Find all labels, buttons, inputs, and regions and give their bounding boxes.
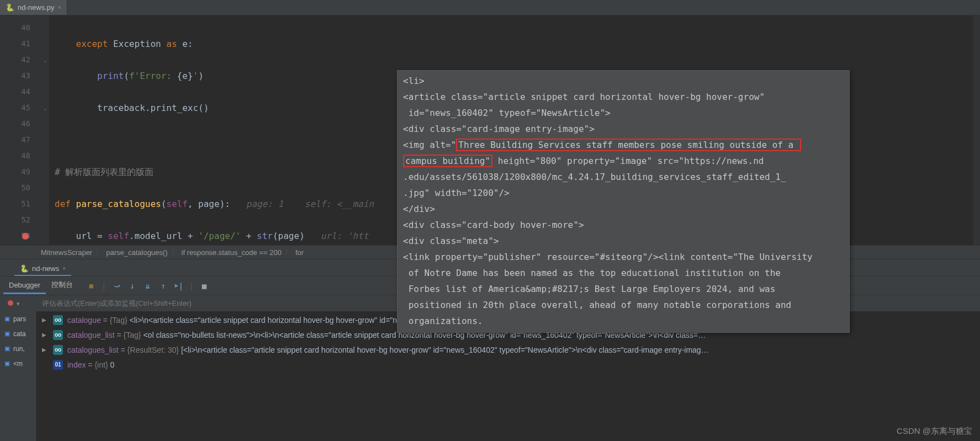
watermark: CSDN @东离与糖宝 [897, 426, 972, 437]
resultset-type-icon: oo [53, 345, 63, 355]
stackframe-icon: ▣ [4, 345, 10, 352]
step-into-icon[interactable]: ↓ [128, 281, 137, 291]
breadcrumb-item[interactable]: if response.status_code == 200 [182, 248, 282, 257]
force-step-into-icon[interactable]: ⇊ [143, 281, 153, 291]
run-config-name: nd-news [32, 264, 59, 273]
stop-icon[interactable] [8, 300, 13, 306]
int-type-icon: 01 [53, 360, 63, 370]
stackframe-icon: ▣ [4, 360, 10, 367]
line-number-gutter: 40 41 42 43 44 45 46 47 48 49 50 51 52 5… [0, 15, 41, 245]
breakpoint-icon[interactable]: 53 [0, 228, 41, 244]
line-number: 45 [0, 100, 41, 116]
tag-type-icon: oo [53, 315, 63, 325]
tab-filename: nd-news.py [18, 3, 54, 12]
line-number: 52 [0, 212, 41, 228]
frame-item[interactable]: ▣pars [0, 311, 36, 326]
line-number: 44 [0, 84, 41, 100]
watch-placeholder[interactable]: 评估表达式(Enter)或添加监视(Ctrl+Shift+Enter) [42, 299, 192, 309]
editor-tab[interactable]: 🐍 nd-news.py × [0, 0, 67, 15]
stackframe-icon: ▣ [4, 315, 10, 322]
line-number: 51 [0, 196, 41, 212]
line-number: 40 [0, 20, 41, 36]
variable-row[interactable]: ▶ 01 index = {int} 0 [36, 357, 980, 372]
python-file-icon: 🐍 [6, 3, 14, 12]
line-number: 43 [0, 68, 41, 84]
frame-item[interactable]: ▣cata [0, 326, 36, 341]
variable-row[interactable]: ▶ oo catalogues_list = {ResultSet: 30} [… [36, 342, 980, 357]
debugger-tab[interactable]: Debugger [3, 278, 46, 294]
stackframe-icon: ▣ [4, 330, 10, 337]
run-to-cursor-icon[interactable]: ➤| [174, 281, 184, 291]
line-number: 50 [0, 180, 41, 196]
chevron-right-icon[interactable]: ▶ [42, 332, 49, 338]
chevron-right-icon[interactable]: ▶ [42, 347, 49, 353]
line-number: 41 [0, 36, 41, 52]
evaluate-expression-icon[interactable]: ▦ [199, 281, 209, 291]
close-icon[interactable]: × [62, 265, 66, 272]
step-out-icon[interactable]: ↑ [158, 281, 168, 291]
chevron-down-icon[interactable]: ▾ [17, 300, 20, 307]
frame-item[interactable]: ▣<m [0, 356, 36, 371]
frame-item[interactable]: ▣run, [0, 341, 36, 356]
breadcrumb-item[interactable]: for [295, 248, 304, 257]
close-icon[interactable]: × [57, 4, 61, 11]
line-number: 48 [0, 148, 41, 164]
line-number: 47 [0, 132, 41, 148]
line-number: 46 [0, 116, 41, 132]
console-tab[interactable]: 控制台 [46, 277, 78, 295]
editor-tab-bar: 🐍 nd-news.py × [0, 0, 980, 15]
breadcrumb-item[interactable]: MitnewsScraper [41, 248, 92, 257]
fold-gutter: ⌄ ⌄ [41, 15, 49, 245]
line-number: 49 [0, 164, 41, 180]
line-number [0, 244, 41, 245]
chevron-right-icon[interactable]: ▶ [42, 317, 49, 323]
thread-dump-icon[interactable]: ≡ [86, 281, 96, 291]
quick-documentation-popup: <li> <article class="article snippet car… [397, 70, 850, 333]
python-file-icon: 🐍 [20, 264, 29, 273]
line-number: 42 [0, 52, 41, 68]
frames-list[interactable]: ▣pars ▣cata ▣run, ▣<m [0, 311, 36, 441]
tag-type-icon: oo [53, 330, 63, 340]
editor-scrollbar[interactable] [973, 15, 980, 245]
step-over-icon[interactable]: ⤻ [112, 281, 122, 291]
breadcrumb-item[interactable]: parse_catalogues() [106, 248, 167, 257]
run-config-tab[interactable]: 🐍 nd-news × [14, 262, 71, 276]
